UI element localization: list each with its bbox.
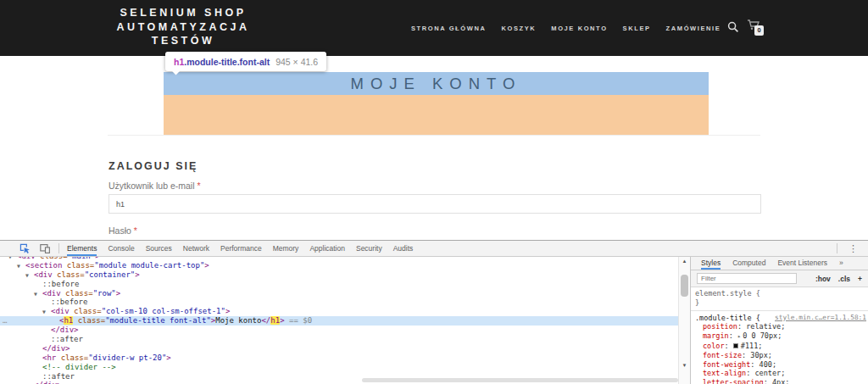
code-segment: "module module-cart-top" — [94, 261, 204, 270]
dom-tree-row[interactable]: ::before — [0, 280, 678, 289]
tooltip-classes: .module-title.font-alt — [184, 57, 270, 67]
dom-tree-row[interactable]: …<h1 class="module-title font-alt">Moje … — [0, 316, 678, 326]
dom-tree-row[interactable]: <hr class="divider-w pt-20"> — [0, 353, 678, 363]
dom-tree-row[interactable]: ▼<div class="container"> — [0, 270, 678, 280]
styles-tab-computed[interactable]: Computed — [732, 257, 765, 270]
code-segment: ::before — [42, 280, 79, 288]
search-icon[interactable] — [727, 21, 739, 33]
code-segment: "container" — [85, 270, 136, 279]
dom-tree-row[interactable]: ▼<div class="row"> — [0, 289, 678, 298]
css-property[interactable]: font-weight: 400; — [691, 360, 868, 370]
logo-line: AUTOMATYZACJA — [110, 20, 256, 35]
site-logo[interactable]: SELENIUM SHOP AUTOMATYZACJA TESTÓW — [110, 6, 256, 48]
css-property-name: font-weight — [703, 360, 750, 369]
css-property[interactable]: position: relative; — [691, 322, 868, 331]
code-segment: <!-- divider --> — [42, 363, 116, 371]
scroll-up-icon[interactable]: ▲ — [679, 259, 690, 264]
tab-memory[interactable]: Memory — [273, 241, 299, 256]
css-property[interactable]: color: #111; — [691, 342, 868, 351]
tooltip-tag: h1 — [174, 57, 184, 67]
nav-item-sklep[interactable]: SKLEP — [623, 25, 651, 32]
css-property[interactable]: letter-spacing: 4px; — [691, 378, 868, 384]
styles-tab-event-listeners[interactable]: Event Listeners — [777, 257, 827, 270]
dom-tree-row[interactable]: </div> — [0, 344, 678, 353]
page-title: MOJE KONTO — [351, 75, 522, 93]
dom-tree-row[interactable]: ::after — [0, 335, 678, 344]
css-property[interactable]: text-align: center; — [691, 369, 868, 378]
css-property-value: 0 0 70px; — [743, 331, 782, 340]
expand-shorthand-icon[interactable]: ▸ — [737, 333, 741, 340]
css-property[interactable]: font-size: 30px; — [691, 351, 868, 360]
code-segment: </div> — [34, 381, 62, 384]
css-selector[interactable]: .module-title — [695, 314, 752, 322]
row-overflow-icon[interactable]: … — [3, 316, 8, 326]
username-input[interactable] — [108, 194, 761, 214]
css-property-value: relative; — [746, 322, 785, 331]
dom-tree-row[interactable]: ▼<div class="col-sm-10 col-sm-offset-1"> — [0, 307, 678, 316]
code-segment: ::before — [51, 298, 87, 306]
code-segment: </ — [261, 316, 270, 325]
tooltip-selector: h1.module-title.font-alt — [174, 57, 270, 67]
kebab-menu-icon[interactable]: ⋮ — [845, 243, 861, 254]
new-style-rule-button[interactable]: + — [858, 275, 862, 283]
code-segment: class= — [70, 307, 102, 315]
code-segment: class= — [56, 353, 88, 362]
devtools-toolbar: ElementsConsoleSourcesNetworkPerformance… — [0, 241, 868, 257]
more-tabs-icon[interactable]: » — [839, 257, 843, 270]
code-segment: > — [225, 307, 230, 315]
styles-tab-styles[interactable]: Styles — [701, 257, 721, 270]
code-segment: class= — [73, 316, 105, 325]
username-label: Użytkownik lub e-mail * — [108, 181, 761, 191]
tab-application[interactable]: Application — [309, 241, 345, 256]
css-property-value: center; — [754, 369, 785, 377]
devtools-panel: ElementsConsoleSourcesNetworkPerformance… — [0, 240, 868, 384]
styles-toggles: :hov.cls+ — [815, 275, 862, 283]
styles-panel: StylesComputedEvent Listeners» :hov.cls+… — [690, 257, 868, 384]
nav-item-strona-g-wna[interactable]: STRONA GŁÓWNA — [411, 25, 486, 32]
styles-filter-input[interactable] — [697, 273, 797, 284]
inspect-element-icon[interactable] — [19, 242, 31, 254]
tab-elements[interactable]: Elements — [67, 241, 97, 256]
inspect-highlight-content: MOJE KONTO — [164, 72, 709, 95]
tab-audits[interactable]: Audits — [393, 241, 414, 256]
tab-network[interactable]: Network — [183, 241, 209, 256]
css-property-name: font-size — [703, 351, 742, 359]
tab-console[interactable]: Console — [108, 241, 134, 256]
code-segment: > — [95, 257, 99, 260]
code-segment: "divider-w pt-20" — [88, 353, 166, 362]
dom-tree-row[interactable]: ::before — [0, 298, 678, 307]
code-segment: class= — [36, 257, 68, 260]
nav-item-koszyk[interactable]: KOSZYK — [501, 25, 536, 32]
code-segment: <div — [42, 289, 61, 298]
toggle-hov[interactable]: :hov — [815, 275, 831, 283]
code-segment: class= — [61, 289, 93, 298]
code-segment: > — [204, 261, 209, 270]
dom-tree-row[interactable]: ▼<section class="module module-cart-top"… — [0, 261, 678, 270]
nav-item-zam-wienie[interactable]: ZAMÓWIENIE — [666, 25, 721, 32]
code-segment: </div> — [51, 326, 79, 334]
rule-separator — [691, 310, 868, 311]
css-property[interactable]: margin: ▸0 0 70px; — [691, 331, 868, 342]
dom-tree-row[interactable]: <!-- divider --> — [0, 363, 678, 372]
horizontal-scrollbar[interactable] — [362, 378, 678, 382]
stylesheet-source-link[interactable]: style.min.c…er=1.1.58:1 — [775, 314, 866, 323]
device-toolbar-icon[interactable] — [39, 242, 51, 254]
tab-security[interactable]: Security — [356, 241, 382, 256]
login-heading: ZALOGUJ SIĘ — [108, 160, 761, 172]
cart-icon[interactable]: 0 — [747, 19, 765, 37]
css-property-name: letter-spacing — [703, 378, 764, 384]
vertical-scrollbar[interactable]: ▲ ▼ — [678, 257, 690, 384]
color-swatch[interactable] — [733, 343, 738, 348]
css-property-name: color — [703, 342, 725, 350]
nav-item-moje-konto[interactable]: MOJE KONTO — [551, 25, 607, 32]
scrollbar-thumb[interactable] — [681, 275, 688, 297]
elements-panel: ▼<div class="main">▼<section class="modu… — [0, 257, 678, 384]
dom-tree-row[interactable]: </div> — [0, 326, 678, 335]
code-segment: class= — [53, 270, 85, 279]
tab-sources[interactable]: Sources — [146, 241, 172, 256]
code-segment: h1 — [270, 316, 280, 325]
tab-performance[interactable]: Performance — [220, 241, 262, 256]
toggle-cls[interactable]: .cls — [838, 275, 850, 283]
scroll-down-icon[interactable]: ▼ — [679, 363, 690, 368]
styles-filter-bar: :hov.cls+ — [691, 270, 868, 287]
